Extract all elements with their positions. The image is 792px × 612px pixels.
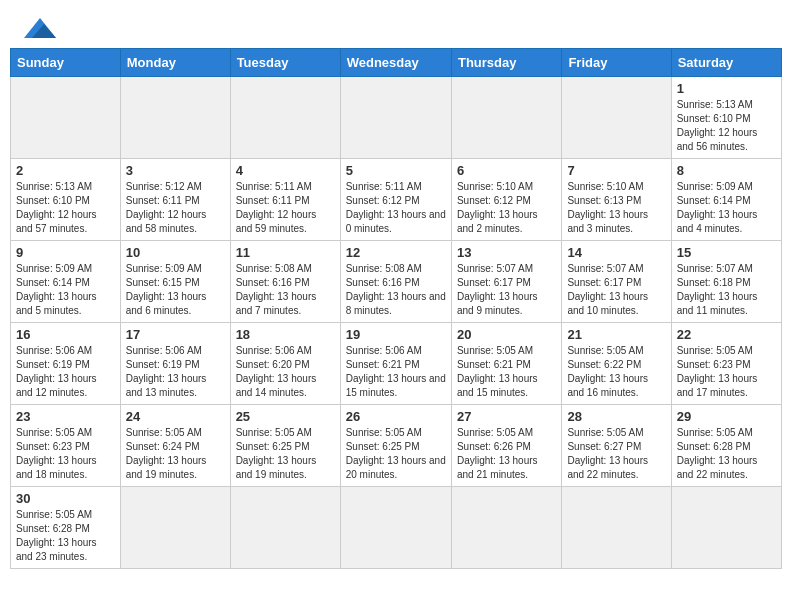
day-number: 7: [567, 163, 665, 178]
day-info: Sunrise: 5:05 AM Sunset: 6:25 PM Dayligh…: [346, 426, 446, 482]
day-number: 25: [236, 409, 335, 424]
day-info: Sunrise: 5:13 AM Sunset: 6:10 PM Dayligh…: [16, 180, 115, 236]
calendar-cell: 17Sunrise: 5:06 AM Sunset: 6:19 PM Dayli…: [120, 323, 230, 405]
calendar-cell: 25Sunrise: 5:05 AM Sunset: 6:25 PM Dayli…: [230, 405, 340, 487]
day-header-tuesday: Tuesday: [230, 49, 340, 77]
calendar-cell: 11Sunrise: 5:08 AM Sunset: 6:16 PM Dayli…: [230, 241, 340, 323]
calendar-cell: [340, 77, 451, 159]
day-info: Sunrise: 5:07 AM Sunset: 6:18 PM Dayligh…: [677, 262, 776, 318]
calendar-cell: [120, 487, 230, 569]
calendar-cell: [340, 487, 451, 569]
day-header-wednesday: Wednesday: [340, 49, 451, 77]
day-info: Sunrise: 5:08 AM Sunset: 6:16 PM Dayligh…: [346, 262, 446, 318]
day-number: 6: [457, 163, 556, 178]
day-info: Sunrise: 5:05 AM Sunset: 6:22 PM Dayligh…: [567, 344, 665, 400]
calendar-cell: 30Sunrise: 5:05 AM Sunset: 6:28 PM Dayli…: [11, 487, 121, 569]
day-number: 14: [567, 245, 665, 260]
day-number: 3: [126, 163, 225, 178]
day-info: Sunrise: 5:09 AM Sunset: 6:14 PM Dayligh…: [677, 180, 776, 236]
day-number: 27: [457, 409, 556, 424]
day-number: 23: [16, 409, 115, 424]
day-number: 21: [567, 327, 665, 342]
day-number: 12: [346, 245, 446, 260]
calendar-cell: 10Sunrise: 5:09 AM Sunset: 6:15 PM Dayli…: [120, 241, 230, 323]
calendar-cell: 18Sunrise: 5:06 AM Sunset: 6:20 PM Dayli…: [230, 323, 340, 405]
calendar-cell: 21Sunrise: 5:05 AM Sunset: 6:22 PM Dayli…: [562, 323, 671, 405]
calendar-cell: [120, 77, 230, 159]
calendar: SundayMondayTuesdayWednesdayThursdayFrid…: [10, 48, 782, 569]
day-number: 5: [346, 163, 446, 178]
calendar-cell: 16Sunrise: 5:06 AM Sunset: 6:19 PM Dayli…: [11, 323, 121, 405]
calendar-cell: 28Sunrise: 5:05 AM Sunset: 6:27 PM Dayli…: [562, 405, 671, 487]
day-number: 29: [677, 409, 776, 424]
calendar-cell: 19Sunrise: 5:06 AM Sunset: 6:21 PM Dayli…: [340, 323, 451, 405]
day-number: 2: [16, 163, 115, 178]
calendar-cell: 15Sunrise: 5:07 AM Sunset: 6:18 PM Dayli…: [671, 241, 781, 323]
calendar-cell: 4Sunrise: 5:11 AM Sunset: 6:11 PM Daylig…: [230, 159, 340, 241]
header: [10, 10, 782, 44]
day-number: 18: [236, 327, 335, 342]
day-header-friday: Friday: [562, 49, 671, 77]
calendar-cell: 3Sunrise: 5:12 AM Sunset: 6:11 PM Daylig…: [120, 159, 230, 241]
day-info: Sunrise: 5:05 AM Sunset: 6:28 PM Dayligh…: [16, 508, 115, 564]
calendar-cell: [230, 77, 340, 159]
day-number: 8: [677, 163, 776, 178]
day-info: Sunrise: 5:05 AM Sunset: 6:21 PM Dayligh…: [457, 344, 556, 400]
day-info: Sunrise: 5:13 AM Sunset: 6:10 PM Dayligh…: [677, 98, 776, 154]
day-info: Sunrise: 5:05 AM Sunset: 6:27 PM Dayligh…: [567, 426, 665, 482]
day-info: Sunrise: 5:06 AM Sunset: 6:20 PM Dayligh…: [236, 344, 335, 400]
day-info: Sunrise: 5:06 AM Sunset: 6:19 PM Dayligh…: [126, 344, 225, 400]
calendar-cell: [230, 487, 340, 569]
calendar-cell: 20Sunrise: 5:05 AM Sunset: 6:21 PM Dayli…: [451, 323, 561, 405]
day-info: Sunrise: 5:06 AM Sunset: 6:21 PM Dayligh…: [346, 344, 446, 400]
day-number: 28: [567, 409, 665, 424]
calendar-cell: 27Sunrise: 5:05 AM Sunset: 6:26 PM Dayli…: [451, 405, 561, 487]
calendar-cell: 29Sunrise: 5:05 AM Sunset: 6:28 PM Dayli…: [671, 405, 781, 487]
day-info: Sunrise: 5:11 AM Sunset: 6:11 PM Dayligh…: [236, 180, 335, 236]
day-info: Sunrise: 5:06 AM Sunset: 6:19 PM Dayligh…: [16, 344, 115, 400]
calendar-cell: 9Sunrise: 5:09 AM Sunset: 6:14 PM Daylig…: [11, 241, 121, 323]
day-info: Sunrise: 5:05 AM Sunset: 6:26 PM Dayligh…: [457, 426, 556, 482]
calendar-week-row: 1Sunrise: 5:13 AM Sunset: 6:10 PM Daylig…: [11, 77, 782, 159]
day-info: Sunrise: 5:05 AM Sunset: 6:28 PM Dayligh…: [677, 426, 776, 482]
day-info: Sunrise: 5:05 AM Sunset: 6:23 PM Dayligh…: [677, 344, 776, 400]
calendar-cell: [562, 77, 671, 159]
day-number: 13: [457, 245, 556, 260]
day-number: 11: [236, 245, 335, 260]
calendar-cell: [11, 77, 121, 159]
day-header-sunday: Sunday: [11, 49, 121, 77]
day-info: Sunrise: 5:05 AM Sunset: 6:23 PM Dayligh…: [16, 426, 115, 482]
day-header-saturday: Saturday: [671, 49, 781, 77]
day-info: Sunrise: 5:10 AM Sunset: 6:13 PM Dayligh…: [567, 180, 665, 236]
calendar-cell: 24Sunrise: 5:05 AM Sunset: 6:24 PM Dayli…: [120, 405, 230, 487]
calendar-week-row: 30Sunrise: 5:05 AM Sunset: 6:28 PM Dayli…: [11, 487, 782, 569]
calendar-cell: 8Sunrise: 5:09 AM Sunset: 6:14 PM Daylig…: [671, 159, 781, 241]
calendar-week-row: 16Sunrise: 5:06 AM Sunset: 6:19 PM Dayli…: [11, 323, 782, 405]
calendar-cell: 22Sunrise: 5:05 AM Sunset: 6:23 PM Dayli…: [671, 323, 781, 405]
day-info: Sunrise: 5:12 AM Sunset: 6:11 PM Dayligh…: [126, 180, 225, 236]
day-number: 10: [126, 245, 225, 260]
day-info: Sunrise: 5:09 AM Sunset: 6:15 PM Dayligh…: [126, 262, 225, 318]
calendar-cell: [562, 487, 671, 569]
day-number: 17: [126, 327, 225, 342]
calendar-cell: [671, 487, 781, 569]
day-number: 22: [677, 327, 776, 342]
day-number: 9: [16, 245, 115, 260]
calendar-cell: 1Sunrise: 5:13 AM Sunset: 6:10 PM Daylig…: [671, 77, 781, 159]
day-info: Sunrise: 5:05 AM Sunset: 6:24 PM Dayligh…: [126, 426, 225, 482]
day-info: Sunrise: 5:07 AM Sunset: 6:17 PM Dayligh…: [457, 262, 556, 318]
calendar-cell: 7Sunrise: 5:10 AM Sunset: 6:13 PM Daylig…: [562, 159, 671, 241]
day-number: 20: [457, 327, 556, 342]
day-info: Sunrise: 5:07 AM Sunset: 6:17 PM Dayligh…: [567, 262, 665, 318]
logo-icon: [24, 18, 56, 38]
calendar-cell: 14Sunrise: 5:07 AM Sunset: 6:17 PM Dayli…: [562, 241, 671, 323]
day-number: 19: [346, 327, 446, 342]
day-info: Sunrise: 5:11 AM Sunset: 6:12 PM Dayligh…: [346, 180, 446, 236]
calendar-cell: 6Sunrise: 5:10 AM Sunset: 6:12 PM Daylig…: [451, 159, 561, 241]
day-number: 1: [677, 81, 776, 96]
day-number: 15: [677, 245, 776, 260]
calendar-cell: 12Sunrise: 5:08 AM Sunset: 6:16 PM Dayli…: [340, 241, 451, 323]
day-number: 26: [346, 409, 446, 424]
calendar-cell: [451, 77, 561, 159]
calendar-week-row: 9Sunrise: 5:09 AM Sunset: 6:14 PM Daylig…: [11, 241, 782, 323]
